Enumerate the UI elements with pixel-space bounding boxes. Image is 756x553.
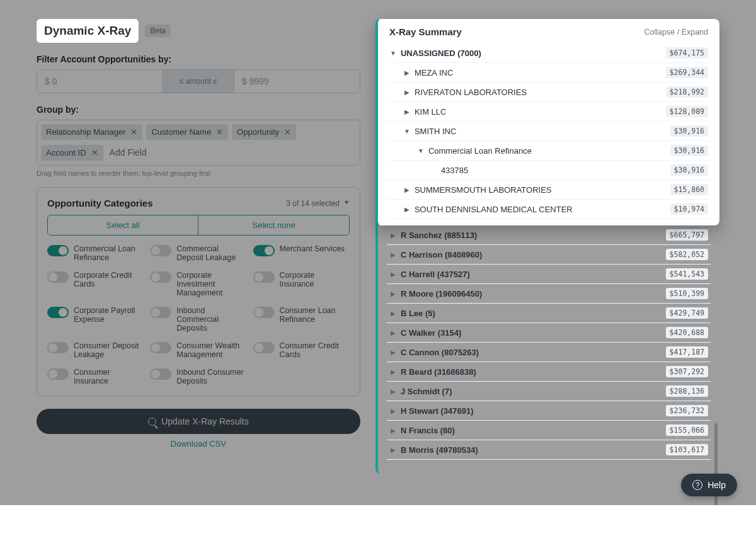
tree-row-label: UNASSIGNED (7000) xyxy=(401,48,481,58)
category-toggle[interactable] xyxy=(47,342,69,353)
tree-row-label: R Moore (196096450) xyxy=(401,289,482,299)
category-toggle[interactable] xyxy=(253,342,275,353)
category-toggle[interactable] xyxy=(253,271,275,283)
select-none-button[interactable]: Select none xyxy=(198,215,348,235)
category-item: Consumer Loan Refinance xyxy=(253,306,350,333)
category-toggle[interactable] xyxy=(150,245,171,256)
tree-row[interactable]: ▶SOUTH DENNISLAND MEDICAL CENTER$10,974 xyxy=(387,200,711,219)
category-toggle[interactable] xyxy=(47,368,69,380)
tree-row[interactable]: ▶SUMMERSMOUTH LABORATORIES$15,860 xyxy=(387,180,711,200)
update-results-button[interactable]: Update X-Ray Results xyxy=(37,409,360,434)
tree-row-amount: $429,749 xyxy=(666,307,708,319)
close-icon[interactable]: ✕ xyxy=(91,149,98,157)
tree-row[interactable]: ▶RIVERATON LABORATORIES$218,992 xyxy=(387,83,711,102)
filter-label: Filter Account Opportunities by: xyxy=(37,54,360,64)
tree-row[interactable]: ▶R Beard (31686838)$307,292 xyxy=(387,362,711,382)
tree-row-amount: $103,617 xyxy=(666,444,708,455)
caret-right-icon[interactable]: ▶ xyxy=(403,108,411,115)
category-toggle[interactable] xyxy=(253,245,275,256)
help-icon: ? xyxy=(692,480,702,490)
category-toggle[interactable] xyxy=(253,307,275,318)
close-icon[interactable]: ✕ xyxy=(216,128,223,136)
tree-row[interactable]: ▶N Francis (80)$155,066 xyxy=(387,421,711,440)
category-label: Corporate Insurance xyxy=(280,271,350,288)
category-item: Commercial Deposit Leakage xyxy=(150,244,246,262)
categories-panel: Opportunity Categories 3 of 14 selected … xyxy=(37,187,360,396)
tree-row[interactable]: ▶C Harrell (437527)$541,543 xyxy=(387,265,711,284)
tree-row[interactable]: ▶R Moore (196096450)$510,399 xyxy=(387,284,711,304)
tree-row-label: RIVERATON LABORATORIES xyxy=(415,88,527,97)
caret-right-icon[interactable]: ▶ xyxy=(389,408,397,414)
caret-right-icon[interactable]: ▶ xyxy=(403,89,411,96)
caret-right-icon[interactable]: ▶ xyxy=(389,388,397,395)
caret-right-icon[interactable]: ▶ xyxy=(389,447,397,453)
tree-row[interactable]: ▶B Morris (49780534)$103,617 xyxy=(387,440,711,460)
caret-right-icon[interactable]: ▶ xyxy=(389,290,397,297)
category-label: Consumer Loan Refinance xyxy=(280,306,350,324)
tree-row[interactable]: ▼SMITH INC$30,916 xyxy=(387,122,711,141)
groupby-tags[interactable]: Relationship Manager✕Customer Name✕Oppor… xyxy=(37,120,360,166)
caret-right-icon[interactable]: ▶ xyxy=(403,69,411,76)
category-toggle[interactable] xyxy=(150,271,171,283)
tree-row-amount: $417,187 xyxy=(666,346,708,358)
caret-right-icon[interactable]: ▶ xyxy=(389,310,397,317)
tree-row[interactable]: ▶MEZA INC$269,344 xyxy=(387,63,711,83)
category-toggle[interactable] xyxy=(150,342,171,353)
tree-row-label: Commercial Loan Refinance xyxy=(428,146,532,156)
tree-row[interactable]: ▶KIM LLC$128,089 xyxy=(387,102,711,122)
chevron-up-icon: ▲ xyxy=(343,200,350,207)
category-toggle[interactable] xyxy=(47,271,69,283)
tree-row[interactable]: ▶C Walker (3154)$420,688 xyxy=(387,323,711,343)
category-item: Corporate Insurance xyxy=(253,271,350,297)
tree-row[interactable]: ▼UNASSIGNED (7000)$674,175 xyxy=(387,43,711,63)
amount-max-input[interactable] xyxy=(234,70,360,93)
groupby-tag[interactable]: Opportunity✕ xyxy=(232,124,296,140)
caret-right-icon[interactable]: ▶ xyxy=(389,271,397,278)
category-toggle[interactable] xyxy=(150,368,171,380)
caret-right-icon[interactable]: ▶ xyxy=(389,232,397,239)
collapse-link[interactable]: Collapse xyxy=(644,28,675,37)
close-icon[interactable]: ✕ xyxy=(284,128,291,136)
categories-count[interactable]: 3 of 14 selected ▲ xyxy=(286,199,350,208)
caret-right-icon[interactable]: ▶ xyxy=(389,349,397,356)
download-csv-link[interactable]: Download CSV xyxy=(37,439,360,448)
caret-right-icon[interactable]: ▶ xyxy=(389,251,397,258)
tree-row-label: KIM LLC xyxy=(415,107,447,117)
category-toggle[interactable] xyxy=(150,307,171,318)
tree-row[interactable]: ▶R Sanchez (885113)$665,797 xyxy=(387,225,711,245)
caret-down-icon[interactable]: ▼ xyxy=(403,128,411,135)
caret-down-icon[interactable]: ▼ xyxy=(389,50,397,57)
tree-row[interactable]: 433785$30,916 xyxy=(387,161,711,180)
help-label: Help xyxy=(707,480,726,490)
caret-right-icon[interactable]: ▶ xyxy=(389,329,397,336)
help-button[interactable]: ? Help xyxy=(681,474,737,496)
tree-row[interactable]: ▶C Cannon (8075263)$417,187 xyxy=(387,343,711,362)
add-field-input[interactable] xyxy=(107,144,222,161)
close-icon[interactable]: ✕ xyxy=(130,128,137,136)
caret-down-icon[interactable]: ▼ xyxy=(417,147,425,154)
caret-right-icon[interactable]: ▶ xyxy=(403,206,411,213)
category-toggle[interactable] xyxy=(47,245,69,256)
expand-link[interactable]: Expand xyxy=(682,28,708,37)
groupby-tag[interactable]: Relationship Manager✕ xyxy=(41,124,142,140)
tree-row[interactable]: ▶H Stewart (347691)$236,732 xyxy=(387,401,711,421)
tree-row-amount: $674,175 xyxy=(666,47,708,59)
tree-row[interactable]: ▶J Schmidt (7)$288,136 xyxy=(387,382,711,401)
caret-right-icon[interactable]: ▶ xyxy=(389,427,397,434)
tree-row-label: C Cannon (8075263) xyxy=(401,348,479,357)
tree-row[interactable]: ▶B Lee (5)$429,749 xyxy=(387,304,711,323)
tree-row[interactable]: ▶C Harrison (8408960)$582,052 xyxy=(387,245,711,265)
summary-actions[interactable]: Collapse / Expand xyxy=(644,28,708,37)
category-item: Consumer Credit Cards xyxy=(253,341,350,359)
tree-row[interactable]: ▼Commercial Loan Refinance$30,916 xyxy=(387,141,711,161)
select-all-button[interactable]: Select all xyxy=(48,215,198,235)
amount-min-input[interactable] xyxy=(37,70,163,93)
groupby-tag[interactable]: Customer Name✕ xyxy=(146,124,228,140)
caret-right-icon[interactable]: ▶ xyxy=(403,186,411,193)
groupby-tag[interactable]: Account ID✕ xyxy=(41,145,103,161)
category-label: Commercial Loan Refinance xyxy=(74,244,144,262)
category-item: Corporate Investment Management xyxy=(150,271,246,297)
caret-right-icon[interactable]: ▶ xyxy=(389,368,397,375)
category-toggle[interactable] xyxy=(47,307,69,318)
tree-row-amount: $541,543 xyxy=(666,268,708,280)
